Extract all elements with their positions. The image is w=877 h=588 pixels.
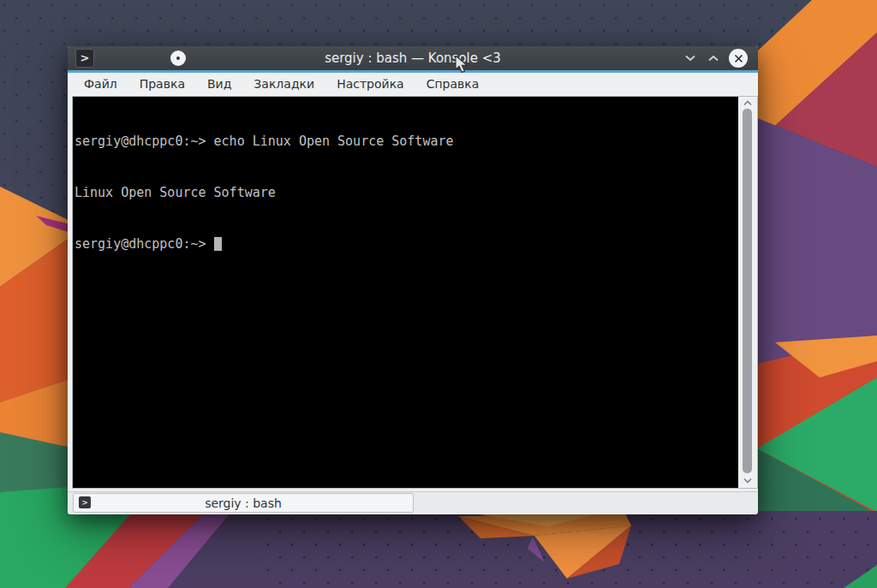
maximize-button[interactable] xyxy=(706,51,721,65)
terminal-icon: > xyxy=(79,496,91,508)
scrollbar-thumb[interactable] xyxy=(743,109,752,473)
konsole-window: > sergiy : bash — Konsole <3 xyxy=(68,46,758,514)
menubar: Файл Правка Вид Закладки Настройка Справ… xyxy=(68,73,758,96)
chevron-up-icon xyxy=(743,100,752,106)
menu-item-settings[interactable]: Настройка xyxy=(325,73,415,96)
close-icon xyxy=(734,54,743,63)
chevron-down-icon xyxy=(743,478,752,484)
window-title: sergiy : bash — Konsole <3 xyxy=(68,46,758,70)
titlebar[interactable]: > sergiy : bash — Konsole <3 xyxy=(68,46,758,70)
terminal-line: sergiy@dhcppc0:~> xyxy=(75,235,738,252)
tab-label: sergiy : bash xyxy=(205,496,282,510)
scroll-down-button[interactable] xyxy=(742,476,754,484)
menu-item-bookmarks[interactable]: Закладки xyxy=(242,73,325,96)
scrollbar-track[interactable] xyxy=(738,97,757,488)
minimize-button[interactable] xyxy=(683,51,698,65)
desktop: > sergiy : bash — Konsole <3 xyxy=(0,0,877,588)
tab-bar: > sergiy : bash xyxy=(68,491,758,513)
menu-item-help[interactable]: Справка xyxy=(415,73,491,96)
terminal-frame: sergiy@dhcppc0:~> echo Linux Open Source… xyxy=(72,96,758,489)
menu-item-view[interactable]: Вид xyxy=(196,73,242,96)
tab-sergiy-bash[interactable]: > sergiy : bash xyxy=(73,493,414,513)
terminal-line: Linux Open Source Software xyxy=(75,184,738,201)
terminal-line: sergiy@dhcppc0:~> echo Linux Open Source… xyxy=(75,133,738,150)
scroll-up-button[interactable] xyxy=(742,98,754,107)
menu-item-edit[interactable]: Правка xyxy=(128,73,196,96)
close-button[interactable] xyxy=(729,49,748,68)
chevron-down-icon xyxy=(685,55,695,62)
terminal-output[interactable]: sergiy@dhcppc0:~> echo Linux Open Source… xyxy=(73,97,738,488)
mouse-cursor xyxy=(455,56,468,74)
terminal-cursor xyxy=(214,237,222,251)
menu-item-file[interactable]: Файл xyxy=(73,73,128,96)
chevron-up-icon xyxy=(708,55,719,62)
